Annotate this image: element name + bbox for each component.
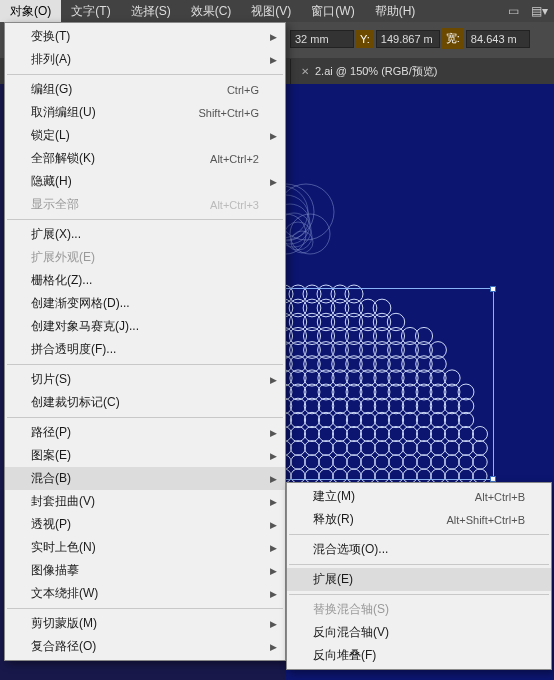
svg-point-164 [305,469,319,483]
svg-point-100 [430,398,446,414]
object-menu-item[interactable]: 路径(P)▶ [5,421,285,444]
svg-point-151 [333,455,347,469]
menu-shortcut: Shift+Ctrl+G [198,107,259,119]
chevron-right-icon: ▶ [270,543,277,553]
svg-point-143 [431,441,446,456]
object-menu-item[interactable]: 变换(T)▶ [5,25,285,48]
menu-shortcut: Ctrl+G [227,84,259,96]
svg-point-136 [333,441,348,456]
svg-point-126 [403,427,418,442]
menu-item-label: 栅格化(Z)... [31,272,92,289]
svg-point-128 [431,427,446,442]
chevron-right-icon: ▶ [270,451,277,461]
svg-point-140 [389,441,404,456]
blend-submenu-item[interactable]: 释放(R)Alt+Shift+Ctrl+B [287,508,551,531]
object-menu-item[interactable]: 创建渐变网格(D)... [5,292,285,315]
layout-icon[interactable]: ▭ [502,4,525,18]
object-menu-item: 显示全部Alt+Ctrl+3 [5,193,285,216]
object-menu-item[interactable]: 全部解锁(K)Alt+Ctrl+2 [5,147,285,170]
object-menu-item[interactable]: 文本绕排(W)▶ [5,582,285,605]
blend-submenu-item[interactable]: 反向堆叠(F) [287,644,551,667]
object-menu-item[interactable]: 复合路径(O)▶ [5,635,285,658]
svg-point-174 [445,469,459,483]
svg-point-104 [290,412,305,427]
menu-window[interactable]: 窗口(W) [301,0,364,23]
object-menu-item[interactable]: 拼合透明度(F)... [5,338,285,361]
svg-point-8 [331,285,349,303]
object-menu-item: 扩展外观(E) [5,246,285,269]
blend-submenu-item[interactable]: 建立(M)Alt+Ctrl+B [287,485,551,508]
svg-point-89 [286,398,292,414]
svg-point-107 [332,412,347,427]
svg-point-20 [303,313,320,330]
object-menu-item[interactable]: 创建裁切标记(C) [5,391,285,414]
object-menu-item[interactable]: 编组(G)Ctrl+G [5,78,285,101]
menu-item-label: 拼合透明度(F)... [31,341,116,358]
menu-item-label: 显示全部 [31,196,79,213]
svg-point-133 [291,441,306,456]
svg-point-115 [444,412,459,427]
svg-point-105 [304,412,319,427]
object-menu-item[interactable]: 排列(A)▶ [5,48,285,71]
menu-item-label: 建立(M) [313,488,355,505]
w-field[interactable]: 84.643 m [466,30,530,48]
object-menu-item[interactable]: 切片(S)▶ [5,368,285,391]
menu-item-label: 创建裁切标记(C) [31,394,120,411]
svg-point-175 [459,469,473,483]
close-icon[interactable]: ✕ [301,66,309,77]
object-menu-item[interactable]: 创建对象马赛克(J)... [5,315,285,338]
menu-select[interactable]: 选择(S) [121,0,181,23]
svg-point-157 [417,455,431,469]
svg-point-170 [389,469,403,483]
object-menu-item[interactable]: 锁定(L)▶ [5,124,285,147]
object-menu-item[interactable]: 图像描摹▶ [5,559,285,582]
object-menu-item[interactable]: 取消编组(U)Shift+Ctrl+G [5,101,285,124]
menu-effect[interactable]: 效果(C) [181,0,242,23]
chevron-right-icon: ▶ [270,55,277,65]
blend-submenu: 建立(M)Alt+Ctrl+B释放(R)Alt+Shift+Ctrl+B混合选项… [286,482,552,670]
workspace-icon[interactable]: ▤▾ [525,4,554,18]
menu-shortcut: Alt+Shift+Ctrl+B [446,514,525,526]
svg-point-101 [444,398,460,414]
object-menu-item[interactable]: 栅格化(Z)... [5,269,285,292]
blend-submenu-item[interactable]: 扩展(E) [287,568,551,591]
y-field[interactable]: 149.867 m [376,30,440,48]
svg-point-114 [430,412,445,427]
blend-submenu-item[interactable]: 混合选项(O)... [287,538,551,561]
svg-point-110 [374,412,389,427]
svg-point-5 [289,285,307,303]
object-menu-item[interactable]: 混合(B)▶ [5,467,285,490]
object-menu-item[interactable]: 透视(P)▶ [5,513,285,536]
object-menu-item[interactable]: 封套扭曲(V)▶ [5,490,285,513]
svg-point-94 [346,398,362,414]
menu-item-label: 锁定(L) [31,127,70,144]
blend-submenu-item: 替换混合轴(S) [287,598,551,621]
object-menu-item[interactable]: 剪切蒙版(M)▶ [5,612,285,635]
menu-help[interactable]: 帮助(H) [365,0,426,23]
x-field[interactable]: 32 mm [290,30,354,48]
menu-item-label: 图案(E) [31,447,71,464]
svg-point-118 [291,427,306,442]
object-menu-item[interactable]: 实时上色(N)▶ [5,536,285,559]
svg-point-112 [402,412,417,427]
object-menu-item[interactable]: 隐藏(H)▶ [5,170,285,193]
object-menu-item[interactable]: 扩展(X)... [5,223,285,246]
svg-point-9 [345,285,363,303]
svg-point-123 [361,427,376,442]
menu-object[interactable]: 对象(O) [0,0,61,23]
svg-point-11 [289,299,307,317]
menu-shortcut: Alt+Ctrl+3 [210,199,259,211]
svg-point-111 [388,412,403,427]
blend-submenu-item[interactable]: 反向混合轴(V) [287,621,551,644]
menu-type[interactable]: 文字(T) [61,0,120,23]
object-menu-item[interactable]: 图案(E)▶ [5,444,285,467]
svg-point-169 [375,469,389,483]
menu-item-label: 剪切蒙版(M) [31,615,97,632]
document-tab[interactable]: ✕ 2.ai @ 150% (RGB/预览) [290,59,447,84]
svg-point-139 [375,441,390,456]
svg-point-92 [318,398,334,414]
svg-point-134 [305,441,320,456]
menu-view[interactable]: 视图(V) [241,0,301,23]
svg-point-154 [375,455,389,469]
svg-point-90 [290,398,306,414]
